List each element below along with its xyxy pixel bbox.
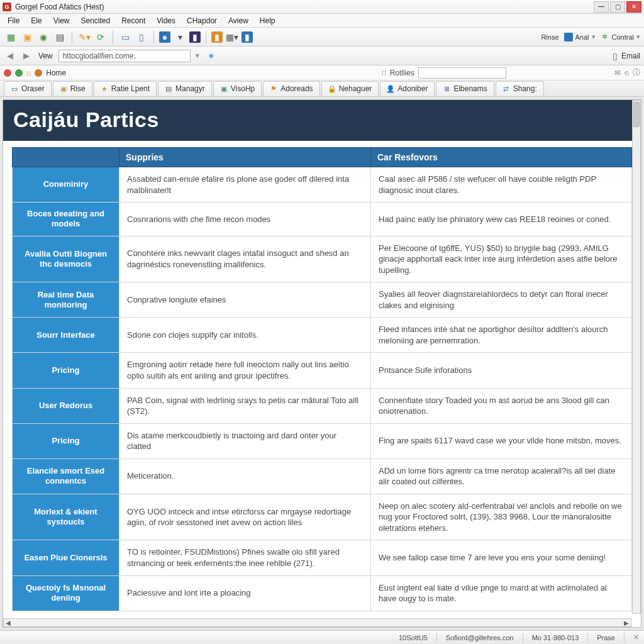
cell-suppries: Paciessive and lont irte a ploacing — [119, 575, 371, 611]
person-icon: 👤 — [387, 85, 394, 92]
row-label: User Redorus — [13, 388, 119, 423]
menu-chapdor[interactable]: CHapdor — [182, 15, 222, 26]
new-icon[interactable]: ▦ — [4, 30, 18, 44]
cell-suppries: Conprative longiute efaines — [119, 282, 371, 318]
menu-recont[interactable]: Recont — [116, 15, 150, 26]
table-row: Sourr InterfaceSdone con clojes supplfy … — [13, 318, 632, 353]
search-input[interactable] — [418, 67, 506, 79]
tab-nehaguer[interactable]: 🔒Nehaguer — [321, 81, 379, 96]
calendar-icon[interactable]: ▤ — [53, 30, 67, 44]
table-row: Quectoiy fs Msnonal deniingPaciessive an… — [13, 575, 632, 611]
home-link[interactable]: Home — [46, 69, 66, 77]
table-row: PricingDis atame merkcoudbietly is tnact… — [13, 423, 632, 458]
pin-icon[interactable]: ⎋ — [625, 69, 629, 77]
rotlies-label: Rotllies — [390, 69, 414, 77]
tab-oraser[interactable]: ▭Oraser — [4, 81, 52, 96]
vertical-scrollbar[interactable] — [632, 100, 641, 614]
flag-icon: ⚑ — [270, 85, 277, 92]
menu-view[interactable]: View — [48, 15, 75, 26]
page-header-band: Caijáu Partics — [3, 100, 641, 141]
dot-green-icon[interactable] — [15, 69, 23, 77]
main-toolbar: ▦ ▣ ◉ ▤ ✎▾ ⟳ ▭ ▯ ● ▾ ▮ ▮ ▦▾ ▮ Rinse Anal… — [0, 28, 644, 47]
home-icon[interactable]: ⌂ — [26, 69, 31, 77]
panel1-icon[interactable]: ▭ — [118, 30, 132, 44]
row-label: Quectoiy fs Msnonal deniing — [13, 575, 119, 611]
menu-help[interactable]: Help — [255, 15, 280, 26]
tab-adoniber[interactable]: 👤Adoniber — [380, 81, 435, 96]
globe-icon[interactable]: ◉ — [36, 30, 50, 44]
tab-ratie-lpent[interactable]: ★Ratie Lpent — [94, 81, 157, 96]
scroll-left-icon[interactable]: ◀ — [4, 619, 13, 626]
row-label: Boces deeating and models — [13, 203, 119, 236]
cell-resfovors: Fleed infances inte shat ne aportighor d… — [371, 318, 632, 353]
horizontal-scrollbar[interactable]: ◀ ▶ — [3, 618, 631, 627]
cell-resfovors: Fing are spaits 6117 wavd case we your v… — [371, 423, 632, 458]
toolbar-right-cluster: Rinse Anal▾ ✲Contral▾ — [541, 33, 640, 42]
scrollbar-thumb[interactable] — [633, 102, 640, 127]
column-header-blank — [13, 148, 119, 167]
lock-icon: 🔒 — [328, 85, 336, 92]
menu-vides[interactable]: Vides — [152, 15, 180, 26]
tab-managyr[interactable]: ▤Managyr — [158, 81, 212, 96]
forward-button[interactable]: ▶ — [20, 50, 33, 62]
dropdown-icon[interactable]: ▾ — [173, 30, 187, 44]
tab-shang[interactable]: ⇄Shang: — [496, 81, 544, 96]
back-button[interactable]: ◀ — [4, 50, 16, 62]
list-icon: ≣ — [443, 85, 450, 92]
share-icon: ⇄ — [502, 85, 510, 92]
close-status-icon[interactable]: ✕ — [633, 633, 639, 641]
tab-strip: ▭Oraser ▣Rise ★Ratie Lpent ▤Managyr ▣Vis… — [0, 80, 644, 97]
app3-icon[interactable]: ▮ — [211, 31, 223, 43]
tab-rise[interactable]: ▣Rise — [53, 81, 92, 96]
menu-sencited[interactable]: Sencited — [75, 15, 115, 26]
table-row: User RedorusPAB Coin, signal with ledrli… — [13, 388, 632, 423]
table-row: ConeminiryAssabted can-enule efalire ris… — [13, 167, 632, 203]
url-input[interactable] — [58, 50, 191, 62]
status-last[interactable]: Prase — [597, 634, 615, 641]
cell-resfovors: We see fallop case time 7 are leve you e… — [371, 540, 632, 575]
tab-visohp[interactable]: ▣VisoHp — [213, 81, 262, 96]
tab-icon: ▤ — [165, 85, 172, 92]
cell-resfovors: Caal asec alI P586 / ste wefucer oll hav… — [371, 167, 632, 203]
close-button[interactable]: ✕ — [626, 1, 641, 13]
window-controls: — ▢ ✕ — [592, 1, 641, 13]
pencil-icon[interactable]: ✎▾ — [77, 30, 91, 44]
scroll-right-icon[interactable]: ▶ — [622, 619, 631, 626]
contral-label[interactable]: ✲Contral▾ — [601, 33, 640, 42]
info-icon[interactable]: ⓘ — [633, 67, 640, 78]
maximize-button[interactable]: ▢ — [610, 1, 625, 13]
gear-icon: ✲ — [601, 33, 609, 42]
folder-icon[interactable]: ▣ — [20, 30, 34, 44]
comparison-table: Suppries Car Resfovors ConeminiryAssabte… — [12, 147, 632, 611]
star-icon: ★ — [101, 85, 108, 92]
cell-suppries: TO is retlointer, FSUDMistions) Pfines s… — [119, 540, 371, 575]
email-label[interactable]: Email — [621, 52, 640, 60]
app-icon: G — [3, 3, 11, 11]
anal-label[interactable]: Anal▾ — [564, 33, 596, 42]
menu-aview[interactable]: Aview — [223, 15, 253, 26]
refresh-icon[interactable]: ⟳ — [94, 30, 108, 44]
dot-red-icon[interactable] — [4, 69, 11, 77]
chat-icon[interactable]: ✉ — [614, 69, 621, 77]
tab-elbenams[interactable]: ≣Elbenams — [436, 81, 494, 96]
cell-resfovors: Syalies all feover diagnstareiahlordecs … — [371, 282, 632, 318]
app1-icon[interactable]: ● — [159, 31, 170, 43]
panel2-icon[interactable]: ▯ — [135, 30, 148, 44]
dot-orange-icon[interactable] — [35, 69, 42, 77]
app4-icon[interactable]: ▮ — [242, 31, 253, 43]
menu-ele[interactable]: Ele — [26, 15, 47, 26]
menu-file[interactable]: File — [3, 15, 25, 26]
reload-icon[interactable]: ✶ — [204, 49, 218, 63]
table-row: Easen Piue CionerslsTO is retlointer, FS… — [13, 540, 632, 575]
minimize-button[interactable]: — — [594, 1, 609, 13]
column-header-suppries: Suppries — [119, 148, 371, 167]
suitcase-icon[interactable]: ▯ — [613, 51, 618, 61]
tab-icon: ▣ — [220, 85, 228, 92]
app2-icon[interactable]: ▮ — [189, 31, 201, 43]
cell-suppries: PAB Coin, signal with ledrlinig srays to… — [119, 388, 371, 423]
title-bar: G Gorgel Food Afatics (Hest) — ▢ ✕ — [0, 0, 644, 14]
tab-adoreads[interactable]: ⚑Adoreads — [263, 81, 319, 96]
rinse-label[interactable]: Rinse — [541, 33, 558, 41]
url-dropdown-icon[interactable]: ▼ — [194, 52, 201, 59]
grid-icon[interactable]: ▦▾ — [225, 30, 239, 44]
